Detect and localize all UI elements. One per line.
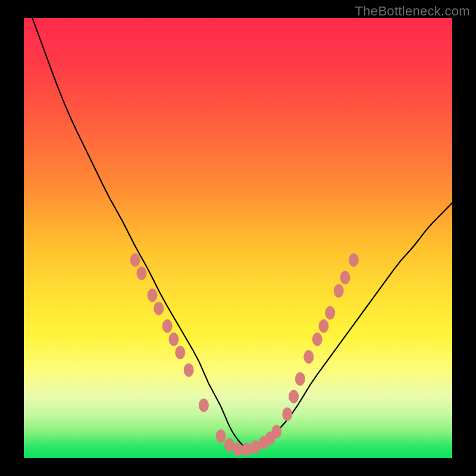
data-marker [184, 364, 193, 377]
data-marker [283, 408, 292, 421]
data-marker [225, 439, 234, 452]
data-markers [130, 253, 358, 456]
data-marker [169, 333, 178, 346]
plot-area [24, 18, 452, 458]
data-marker [233, 443, 243, 456]
chart-frame: TheBottleneck.com [0, 0, 476, 476]
data-marker [289, 390, 299, 403]
data-marker [216, 430, 226, 443]
data-marker [272, 425, 281, 439]
data-marker [319, 320, 328, 333]
data-marker [154, 302, 164, 315]
data-marker [162, 320, 172, 333]
data-marker [148, 289, 157, 302]
data-marker [312, 333, 322, 346]
data-marker [295, 372, 305, 386]
data-marker [130, 253, 140, 267]
data-marker [176, 346, 185, 359]
data-marker [250, 441, 260, 454]
data-marker [242, 443, 251, 456]
data-marker [304, 350, 314, 364]
watermark-text: TheBottleneck.com [355, 4, 470, 19]
data-marker [334, 284, 343, 298]
data-marker [349, 253, 358, 267]
data-marker [199, 399, 208, 412]
data-marker [137, 267, 146, 280]
marker-layer [24, 18, 452, 458]
data-marker [325, 306, 335, 320]
data-marker [340, 271, 350, 284]
